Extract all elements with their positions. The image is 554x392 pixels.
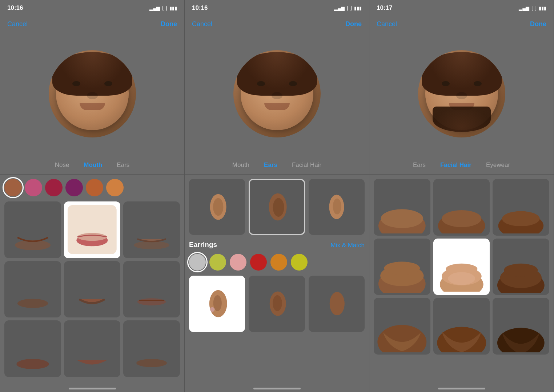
svg-point-29 (384, 262, 420, 275)
svg-point-3 (77, 233, 107, 241)
ear-options-grid (189, 179, 365, 235)
earrings-header: Earrings Mix & Match (189, 241, 365, 250)
nose-3 (456, 92, 467, 99)
wifi-icon-1: ⌊ ⌋ (162, 5, 167, 11)
panel-facial-hair: 10:17 ▂▄▆ ⌊ ⌋ ▮▮▮ Cancel Done (369, 0, 554, 392)
beard-option-4[interactable] (433, 239, 490, 295)
beard-display-3 (433, 107, 491, 132)
eye-right-3 (474, 81, 482, 86)
beard-option-5[interactable] (493, 239, 549, 295)
status-time-3: 10:17 (377, 4, 392, 12)
battery-icon-2: ▮▮▮ (354, 5, 362, 11)
signal-icon-3: ▂▄▆ (519, 5, 529, 11)
avatar-area-3 (369, 32, 554, 156)
category-tabs-2: Mouth Ears Facial Hair (185, 156, 369, 175)
hair-2 (237, 52, 317, 96)
eye-left-1 (72, 81, 80, 86)
status-icons-3: ▂▄▆ ⌊ ⌋ ▮▮▮ (519, 5, 546, 11)
content-area-3 (369, 175, 554, 385)
tab-facial-hair-3[interactable]: Facial Hair (433, 161, 479, 169)
svg-point-37 (504, 264, 538, 277)
cancel-button-3[interactable]: Cancel (377, 20, 397, 28)
earring-swatch-1[interactable] (209, 254, 226, 271)
tab-eyewear-3[interactable]: Eyewear (479, 161, 517, 169)
avatar-2 (233, 50, 321, 137)
earring-option-1[interactable] (249, 276, 305, 332)
earring-swatch-4[interactable] (270, 254, 287, 271)
svg-point-12 (273, 198, 284, 217)
cancel-button-2[interactable]: Cancel (192, 20, 212, 28)
beard-option-2[interactable] (493, 179, 549, 236)
tab-ears-3[interactable]: Ears (406, 161, 433, 169)
color-swatch-1[interactable] (25, 179, 42, 196)
mouth-option-2[interactable] (123, 201, 180, 258)
mouth-option-0[interactable] (4, 201, 61, 258)
eye-right-1 (104, 81, 112, 86)
mix-match-button[interactable]: Mix & Match (330, 242, 365, 249)
svg-point-8 (136, 359, 167, 367)
tab-mouth-1[interactable]: Mouth (76, 161, 109, 169)
ear-option-2[interactable] (309, 179, 365, 235)
earring-swatch-2[interactable] (230, 254, 246, 271)
earring-options-grid (189, 276, 365, 332)
mouth-option-8[interactable] (123, 320, 180, 377)
beard-option-8[interactable] (493, 298, 549, 355)
tab-mouth-2[interactable]: Mouth (225, 161, 257, 169)
tab-ears-1[interactable]: Ears (109, 161, 137, 169)
beard-option-3[interactable] (374, 239, 430, 295)
earring-option-2[interactable] (309, 276, 365, 332)
cancel-button-1[interactable]: Cancel (7, 20, 28, 28)
svg-point-10 (213, 198, 223, 216)
color-swatch-2[interactable] (45, 179, 63, 196)
eyes-2 (257, 81, 297, 86)
avatar-3 (418, 50, 505, 137)
done-button-1[interactable]: Done (161, 20, 177, 28)
mouth-option-6[interactable] (4, 320, 61, 377)
svg-point-17 (210, 307, 215, 312)
tab-facial-hair-2[interactable]: Facial Hair (285, 161, 329, 169)
done-button-2[interactable]: Done (345, 20, 362, 28)
done-button-3[interactable]: Done (530, 20, 546, 28)
color-swatch-0[interactable] (4, 179, 22, 196)
signal-icon-1: ▂▄▆ (149, 5, 160, 11)
mouth-display-1 (80, 103, 105, 110)
svg-point-34 (448, 272, 475, 285)
color-swatch-4[interactable] (86, 179, 103, 196)
mouth-option-5[interactable] (123, 261, 180, 318)
avatar-1 (49, 50, 136, 137)
eyes-3 (442, 81, 482, 86)
mouth-option-4[interactable] (64, 261, 121, 318)
svg-point-20 (330, 292, 345, 315)
svg-point-6 (137, 299, 166, 306)
status-time-1: 10:16 (7, 4, 23, 12)
svg-point-5 (17, 299, 48, 308)
earring-swatch-0[interactable] (189, 254, 206, 271)
color-swatch-3[interactable] (65, 179, 83, 196)
beard-option-0[interactable] (374, 179, 430, 236)
avatar-area-2 (185, 32, 369, 156)
earring-swatch-3[interactable] (250, 254, 267, 271)
mouth-option-7[interactable] (64, 320, 121, 377)
beard-options-grid (374, 179, 549, 355)
nose-1 (87, 92, 98, 99)
beard-option-6[interactable] (374, 298, 430, 355)
color-swatch-5[interactable] (106, 179, 124, 196)
beard-option-7[interactable] (433, 298, 490, 355)
tab-nose-1[interactable]: Nose (48, 161, 77, 169)
ear-option-0[interactable] (189, 179, 245, 235)
mouth-display-2 (264, 103, 290, 110)
mouth-option-1[interactable] (64, 201, 121, 258)
home-indicator-2 (185, 385, 369, 392)
svg-point-7 (16, 359, 49, 369)
earrings-title: Earrings (189, 241, 217, 249)
tab-ears-2[interactable]: Ears (257, 161, 285, 169)
mouth-option-3[interactable] (4, 261, 61, 318)
ear-option-1[interactable] (249, 179, 305, 235)
mouth-options-grid (4, 201, 180, 377)
svg-point-24 (442, 210, 481, 227)
earring-option-0[interactable] (189, 276, 245, 332)
beard-option-1[interactable] (433, 179, 490, 236)
earring-swatch-5[interactable] (291, 254, 308, 271)
hair-1 (52, 52, 132, 96)
color-row-1 (4, 179, 180, 196)
